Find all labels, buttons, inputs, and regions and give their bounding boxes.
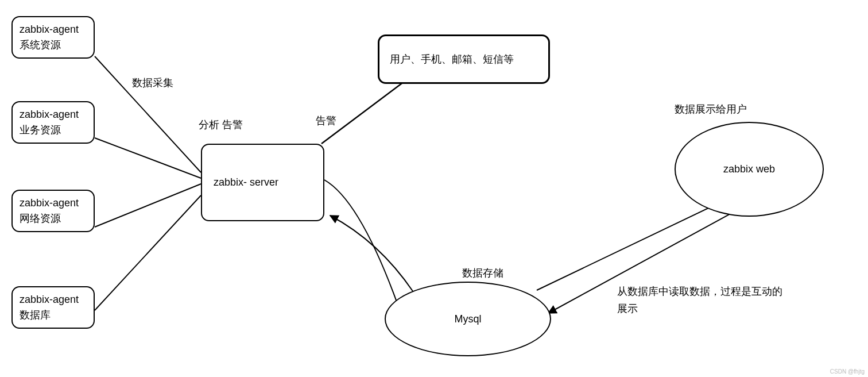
zabbix-web-node: zabbix web <box>675 122 824 217</box>
label-alert: 告警 <box>316 114 336 128</box>
label-read-line1: 从数据库中读取数据，过程是互动的 <box>617 284 782 298</box>
zabbix-server-label: zabbix- server <box>214 175 278 190</box>
agent-line2: 系统资源 <box>20 37 87 53</box>
label-collect: 数据采集 <box>132 76 173 90</box>
svg-line-5 <box>537 195 735 290</box>
agent-line2: 数据库 <box>20 307 87 323</box>
label-store: 数据存储 <box>462 266 503 280</box>
mysql-label: Mysql <box>454 313 481 325</box>
agent-box-database: zabbix-agent 数据库 <box>11 286 95 329</box>
notify-label: 用户、手机、邮箱、短信等 <box>390 52 514 67</box>
watermark: CSDN @fhjtg <box>830 368 865 375</box>
label-display: 数据展示给用户 <box>675 102 747 116</box>
agent-box-business: zabbix-agent 业务资源 <box>11 101 95 144</box>
svg-line-3 <box>95 195 201 310</box>
agent-line1: zabbix-agent <box>20 292 87 307</box>
mysql-node: Mysql <box>385 282 551 356</box>
svg-line-2 <box>95 184 201 227</box>
svg-line-1 <box>95 138 201 178</box>
label-read-line2: 展示 <box>617 302 638 316</box>
agent-line1: zabbix-agent <box>20 107 87 122</box>
agent-line2: 业务资源 <box>20 122 87 138</box>
agent-line1: zabbix-agent <box>20 195 87 211</box>
zabbix-server-box: zabbix- server <box>201 144 324 221</box>
label-analyze-alert: 分析 告警 <box>199 118 243 132</box>
svg-line-0 <box>95 56 201 172</box>
agent-box-system: zabbix-agent 系统资源 <box>11 16 95 59</box>
zabbix-web-label: zabbix web <box>723 163 775 175</box>
notify-box: 用户、手机、邮箱、短信等 <box>378 34 550 84</box>
agent-box-network: zabbix-agent 网络资源 <box>11 190 95 232</box>
agent-line1: zabbix-agent <box>20 22 87 37</box>
agent-line2: 网络资源 <box>20 211 87 226</box>
